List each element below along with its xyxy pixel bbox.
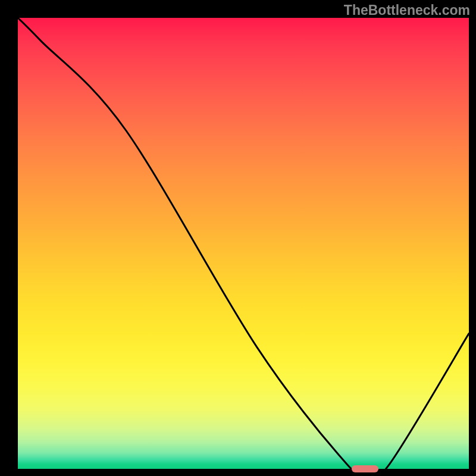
watermark-text: TheBottleneck.com — [344, 2, 470, 18]
bottleneck-curve — [18, 18, 469, 469]
optimal-point-marker — [352, 465, 378, 472]
chart-container — [18, 18, 469, 469]
